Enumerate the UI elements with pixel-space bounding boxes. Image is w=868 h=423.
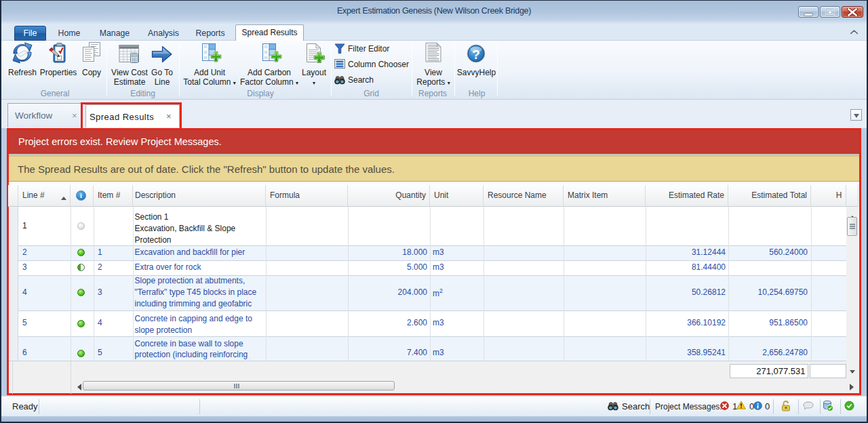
svg-text:?: ? bbox=[472, 47, 480, 62]
